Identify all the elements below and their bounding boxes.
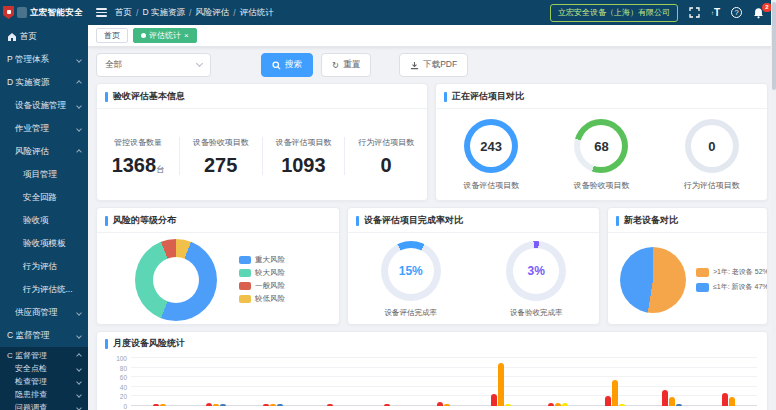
sidebar-item-behavior-assessment[interactable]: 行为评估	[0, 255, 88, 278]
bar-red	[605, 396, 611, 406]
bar-red	[327, 404, 333, 406]
breadcrumb: 首页 / D 实施资源 / 风险评估 / 评估统计	[115, 7, 274, 19]
legend-swatch	[239, 269, 251, 277]
title-accent-bar	[105, 92, 108, 102]
sidebar-item-project-management[interactable]: 项目管理	[0, 163, 88, 186]
stat-unit: 台	[156, 165, 164, 174]
download-pdf-button[interactable]: 下载PDF	[399, 53, 468, 77]
sidebar-item-safety-loop[interactable]: 安全回路	[0, 186, 88, 209]
sidebar-item-label: P 管理体系	[7, 54, 49, 66]
bar-red	[548, 403, 554, 406]
bar-orange	[498, 363, 504, 406]
legend-item-significant[interactable]: 较大风险	[239, 268, 285, 278]
y-axis-tick: 20	[103, 393, 127, 400]
ring-acceptance-count: 68 设备验收项目数	[573, 119, 629, 191]
home-icon	[7, 32, 17, 42]
bar-red	[437, 402, 443, 406]
card-title: 月度设备风险统计	[113, 337, 185, 350]
progress-ring: 0	[685, 119, 739, 173]
submenu-item-safety-spot-check[interactable]: 安全点检	[0, 362, 88, 375]
chevron-down-icon	[76, 126, 82, 132]
sidebar-item-management-system[interactable]: P 管理体系	[0, 48, 88, 71]
bar-chart-bars	[131, 358, 757, 406]
sidebar-item-acceptance-items[interactable]: 验收项	[0, 209, 88, 232]
notification-bell-icon[interactable]: 2	[753, 7, 764, 19]
bar-orange	[612, 380, 618, 406]
sidebar-item-acceptance-template[interactable]: 验收项模板	[0, 232, 88, 255]
hamburger-icon[interactable]	[96, 8, 107, 17]
stat-label: 设备评估项目数	[263, 137, 345, 148]
ring-label: 设备评估项目数	[463, 180, 519, 191]
tab-close-icon[interactable]: ×	[184, 32, 189, 40]
sidebar-item-supervision[interactable]: C 监督管理	[0, 324, 88, 347]
bar-blue	[220, 404, 226, 406]
legend-label: >1年: 老设备 52%	[713, 267, 768, 277]
ring-value: 0	[691, 125, 733, 167]
legend-item-old-devices[interactable]: >1年: 老设备 52%	[696, 267, 768, 277]
tags-bar: 首页 评估统计 ×	[88, 25, 776, 47]
sidebar-item-equipment-facility[interactable]: 设备设施管理	[0, 94, 88, 117]
sidebar-item-behavior-assessment-stats[interactable]: 行为评估统...	[0, 278, 88, 301]
help-icon[interactable]: ?	[731, 7, 742, 18]
sidebar-item-label: 风险评估	[15, 146, 49, 158]
filter-select[interactable]: 全部	[96, 53, 211, 77]
bar-red	[722, 393, 728, 406]
title-accent-bar	[616, 216, 619, 226]
chevron-down-icon	[76, 310, 82, 316]
sidebar-item-supplier-management[interactable]: 供应商管理	[0, 301, 88, 324]
chevron-down-icon	[76, 379, 82, 385]
sidebar-item-home[interactable]: 首页	[0, 25, 88, 48]
scrollbar-thumb[interactable]	[772, 2, 776, 90]
sidebar-item-implementation-resources[interactable]: D 实施资源	[0, 71, 88, 94]
legend-item-low[interactable]: 较低风险	[239, 294, 285, 304]
bar-blue	[277, 404, 283, 406]
company-button[interactable]: 立宏安全设备（上海）有限公司	[550, 4, 678, 22]
progress-ring: 243	[464, 119, 518, 173]
bar-orange	[444, 404, 450, 406]
chevron-up-icon	[76, 149, 82, 155]
question-glyph: ?	[731, 7, 742, 18]
chevron-up-icon	[76, 353, 82, 359]
breadcrumb-item[interactable]: D 实施资源	[142, 7, 185, 19]
bar-orange	[270, 404, 276, 406]
breadcrumb-item[interactable]: 风险评估	[195, 7, 229, 19]
card-new-old-comparison: 新老设备对比 >1年: 老设备 52% ≤1年: 新设备 47%	[607, 207, 768, 325]
sidebar-item-risk-assessment[interactable]: 风险评估	[0, 140, 88, 163]
select-value: 全部	[105, 59, 122, 71]
tab-assessment-stats[interactable]: 评估统计 ×	[133, 28, 197, 43]
submenu-item-problem-investigation[interactable]: 问题调查	[0, 401, 88, 410]
legend-label: 重大风险	[255, 255, 285, 265]
breadcrumb-item: 评估统计	[240, 7, 274, 19]
legend-item-major[interactable]: 重大风险	[239, 255, 285, 265]
reset-label: 重置	[343, 59, 360, 71]
chevron-down-icon	[196, 60, 203, 67]
bar-group	[245, 404, 302, 406]
tab-home[interactable]: 首页	[96, 28, 128, 43]
fullscreen-icon[interactable]	[689, 7, 700, 18]
chevron-down-icon	[76, 333, 82, 339]
ring-value: 243	[470, 125, 512, 167]
submenu-item-inspection-management[interactable]: 检查管理	[0, 375, 88, 388]
breadcrumb-item[interactable]: 首页	[115, 7, 132, 19]
active-tab-dot	[141, 33, 146, 38]
stat-value: 1093	[281, 154, 326, 176]
legend-item-general[interactable]: 一般风险	[239, 281, 285, 291]
sidebar-item-operations[interactable]: 作业管理	[0, 117, 88, 140]
bar-group	[586, 380, 643, 406]
font-size-icon[interactable]: ↑T	[711, 8, 720, 18]
reset-button[interactable]: ↻ 重置	[321, 53, 371, 77]
legend-item-new-devices[interactable]: ≤1年: 新设备 47%	[696, 282, 768, 292]
search-button[interactable]: 搜索	[261, 53, 313, 77]
submenu-item-hazard-investigation[interactable]: 隐患排查	[0, 388, 88, 401]
bar-yellow	[619, 404, 625, 406]
donut-hole	[153, 257, 199, 303]
tab-label: 评估统计	[149, 32, 181, 40]
sidebar-item-label: 项目管理	[23, 169, 57, 181]
submenu-item-supervision[interactable]: C 监督管理	[0, 349, 88, 362]
y-axis-tick: 0	[103, 403, 127, 410]
app-logo: 立宏智能安全	[0, 0, 88, 25]
bar-red	[384, 404, 390, 406]
bar-group	[359, 404, 416, 406]
legend-swatch	[239, 282, 251, 290]
gauge-label: 设备评估完成率	[381, 308, 441, 318]
